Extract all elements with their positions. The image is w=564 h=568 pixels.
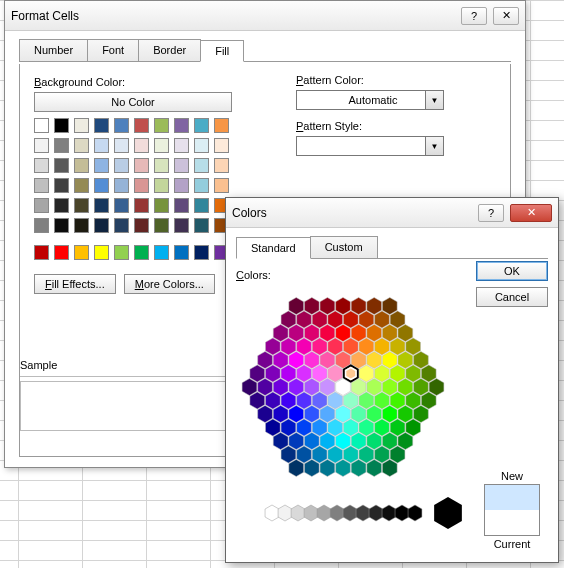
color-hexagon-picker[interactable] [236,287,450,487]
color-swatch[interactable] [154,198,169,213]
hex-color-cell[interactable] [343,446,358,463]
gray-hex-cell[interactable] [343,505,357,521]
hex-color-cell[interactable] [390,392,405,409]
hex-color-cell[interactable] [281,311,296,328]
hex-color-cell[interactable] [390,311,405,328]
color-swatch[interactable] [34,245,49,260]
hex-color-cell[interactable] [343,338,358,355]
hex-color-cell[interactable] [265,419,280,436]
tab-border[interactable]: Border [138,39,201,61]
hex-color-cell[interactable] [273,433,288,450]
color-swatch[interactable] [134,198,149,213]
hex-color-cell[interactable] [382,379,397,396]
hex-color-cell[interactable] [320,298,335,315]
hex-color-cell[interactable] [281,446,296,463]
hex-color-cell[interactable] [312,311,327,328]
close-button[interactable]: ✕ [493,7,519,25]
hex-color-cell[interactable] [281,338,296,355]
hex-color-cell[interactable] [421,365,436,382]
gray-hex-cell[interactable] [317,505,331,521]
hex-color-cell[interactable] [367,406,382,423]
hex-color-cell[interactable] [281,365,296,382]
color-swatch[interactable] [154,138,169,153]
gray-hex-cell[interactable] [278,505,292,521]
hex-color-cell[interactable] [429,379,444,396]
hex-color-cell[interactable] [320,325,335,342]
color-swatch[interactable] [54,158,69,173]
hex-color-cell[interactable] [406,365,421,382]
hex-color-cell[interactable] [398,352,413,369]
hex-color-cell[interactable] [289,298,304,315]
hex-color-cell[interactable] [406,419,421,436]
hex-color-cell[interactable] [328,365,343,382]
tab-fill[interactable]: Fill [200,40,244,62]
color-swatch[interactable] [54,218,69,233]
color-swatch[interactable] [74,118,89,133]
hex-color-cell[interactable] [382,460,397,477]
big-hex-cell[interactable] [434,497,462,529]
hex-color-cell[interactable] [297,419,312,436]
no-color-button[interactable]: No Color [34,92,232,112]
color-swatch[interactable] [174,198,189,213]
hex-color-cell[interactable] [312,365,327,382]
color-swatch[interactable] [214,158,229,173]
hex-color-cell[interactable] [312,446,327,463]
hex-color-cell[interactable] [320,406,335,423]
hex-color-cell[interactable] [328,338,343,355]
pattern-color-combo[interactable]: Automatic ▼ [296,90,444,110]
hex-color-cell[interactable] [258,406,273,423]
hex-color-cell[interactable] [382,352,397,369]
hex-color-cell[interactable] [367,460,382,477]
hex-color-cell[interactable] [375,446,390,463]
hex-color-cell[interactable] [297,311,312,328]
color-swatch[interactable] [54,118,69,133]
hex-color-cell[interactable] [297,392,312,409]
hex-color-cell[interactable] [289,379,304,396]
gray-hex-cell[interactable] [369,505,383,521]
color-swatch[interactable] [94,118,109,133]
color-swatch[interactable] [214,118,229,133]
hex-color-cell[interactable] [343,419,358,436]
hex-color-cell[interactable] [351,433,366,450]
color-swatch[interactable] [194,178,209,193]
hex-color-cell[interactable] [289,406,304,423]
tab-font[interactable]: Font [87,39,139,61]
hex-color-cell[interactable] [336,433,351,450]
gray-hex-cell[interactable] [265,505,279,521]
hex-color-cell[interactable] [328,446,343,463]
hex-color-cell[interactable] [398,379,413,396]
hex-color-cell[interactable] [289,460,304,477]
hex-color-cell[interactable] [382,433,397,450]
hex-color-cell[interactable] [289,352,304,369]
hex-color-cell[interactable] [297,446,312,463]
ok-button[interactable]: OK [476,261,548,281]
hex-color-cell[interactable] [382,406,397,423]
color-swatch[interactable] [214,138,229,153]
hex-color-cell[interactable] [375,338,390,355]
color-swatch[interactable] [194,198,209,213]
hex-color-cell[interactable] [336,298,351,315]
color-swatch[interactable] [74,158,89,173]
hex-color-cell[interactable] [414,352,429,369]
hex-color-cell[interactable] [351,298,366,315]
hex-color-cell[interactable] [351,325,366,342]
color-swatch[interactable] [194,245,209,260]
hex-color-cell[interactable] [273,352,288,369]
hex-color-cell[interactable] [390,338,405,355]
color-swatch[interactable] [134,118,149,133]
color-swatch[interactable] [174,118,189,133]
more-colors-button[interactable]: More Colors... [124,274,215,294]
color-swatch[interactable] [94,158,109,173]
color-swatch[interactable] [34,178,49,193]
hex-color-cell[interactable] [320,352,335,369]
hex-color-cell[interactable] [289,433,304,450]
hex-color-cell[interactable] [265,338,280,355]
hex-color-cell[interactable] [390,446,405,463]
hex-color-cell[interactable] [304,298,319,315]
color-swatch[interactable] [134,178,149,193]
color-swatch[interactable] [54,138,69,153]
color-swatch[interactable] [94,138,109,153]
hex-color-cell[interactable] [359,419,374,436]
hex-color-cell[interactable] [281,392,296,409]
color-swatch[interactable] [154,245,169,260]
